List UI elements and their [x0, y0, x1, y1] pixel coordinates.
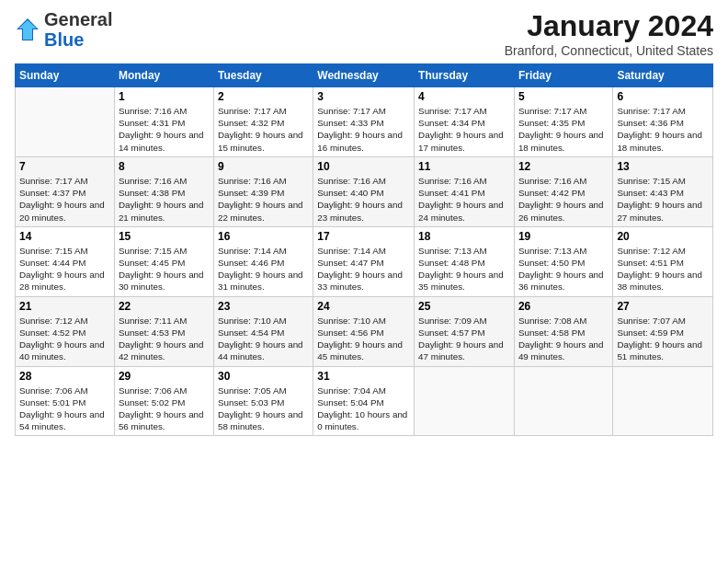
day-number: 4 [418, 90, 510, 103]
day-number: 7 [19, 160, 110, 173]
day-info: Sunrise: 7:15 AMSunset: 4:44 PMDaylight:… [19, 245, 110, 293]
day-cell: 19 Sunrise: 7:13 AMSunset: 4:50 PMDaylig… [514, 226, 612, 296]
title-area: January 2024 Branford, Connecticut, Unit… [505, 9, 713, 58]
day-number: 20 [617, 230, 709, 243]
week-row-4: 28 Sunrise: 7:06 AMSunset: 5:01 PMDaylig… [16, 366, 713, 436]
day-number: 15 [119, 230, 210, 243]
day-info: Sunrise: 7:12 AMSunset: 4:52 PMDaylight:… [19, 315, 110, 363]
day-info: Sunrise: 7:17 AMSunset: 4:33 PMDaylight:… [317, 105, 410, 154]
day-number: 17 [317, 230, 410, 243]
day-info: Sunrise: 7:16 AMSunset: 4:31 PMDaylight:… [119, 105, 210, 154]
day-number: 6 [617, 90, 709, 103]
header-row: Sunday Monday Tuesday Wednesday Thursday… [16, 64, 713, 87]
day-cell: 2 Sunrise: 7:17 AMSunset: 4:32 PMDayligh… [213, 87, 313, 157]
day-cell [613, 366, 713, 436]
week-row-0: 1 Sunrise: 7:16 AMSunset: 4:31 PMDayligh… [16, 87, 713, 157]
day-number: 3 [317, 90, 410, 103]
day-number: 28 [19, 370, 110, 383]
day-number: 1 [119, 90, 210, 103]
day-info: Sunrise: 7:16 AMSunset: 4:39 PMDaylight:… [218, 175, 309, 224]
day-cell: 31 Sunrise: 7:04 AMSunset: 5:04 PMDaylig… [313, 366, 415, 436]
day-number: 29 [119, 370, 210, 383]
day-cell: 3 Sunrise: 7:17 AMSunset: 4:33 PMDayligh… [313, 87, 415, 157]
day-info: Sunrise: 7:11 AMSunset: 4:53 PMDaylight:… [119, 315, 210, 363]
day-info: Sunrise: 7:17 AMSunset: 4:36 PMDaylight:… [617, 105, 709, 154]
logo-general: General [44, 9, 112, 29]
day-cell [16, 87, 115, 157]
day-cell: 14 Sunrise: 7:15 AMSunset: 4:44 PMDaylig… [16, 226, 115, 296]
day-info: Sunrise: 7:09 AMSunset: 4:57 PMDaylight:… [418, 315, 510, 363]
day-info: Sunrise: 7:16 AMSunset: 4:38 PMDaylight:… [119, 175, 210, 224]
day-number: 19 [518, 230, 609, 243]
page: General Blue January 2024 Branford, Conn… [0, 0, 728, 445]
day-number: 2 [218, 90, 309, 103]
day-cell: 13 Sunrise: 7:15 AMSunset: 4:43 PMDaylig… [613, 156, 713, 226]
day-info: Sunrise: 7:13 AMSunset: 4:50 PMDaylight:… [518, 245, 609, 293]
day-info: Sunrise: 7:17 AMSunset: 4:32 PMDaylight:… [218, 105, 309, 154]
day-cell: 25 Sunrise: 7:09 AMSunset: 4:57 PMDaylig… [415, 296, 515, 366]
day-cell: 16 Sunrise: 7:14 AMSunset: 4:46 PMDaylig… [213, 226, 313, 296]
day-number: 23 [218, 300, 309, 313]
day-info: Sunrise: 7:07 AMSunset: 4:59 PMDaylight:… [617, 315, 709, 363]
col-friday: Friday [514, 64, 612, 87]
week-row-3: 21 Sunrise: 7:12 AMSunset: 4:52 PMDaylig… [16, 296, 713, 366]
day-cell: 15 Sunrise: 7:15 AMSunset: 4:45 PMDaylig… [114, 226, 213, 296]
day-info: Sunrise: 7:15 AMSunset: 4:43 PMDaylight:… [617, 175, 709, 224]
day-cell: 11 Sunrise: 7:16 AMSunset: 4:41 PMDaylig… [415, 156, 515, 226]
day-info: Sunrise: 7:05 AMSunset: 5:03 PMDaylight:… [218, 385, 309, 433]
day-number: 21 [19, 300, 110, 313]
day-cell: 5 Sunrise: 7:17 AMSunset: 4:35 PMDayligh… [514, 87, 612, 157]
week-row-2: 14 Sunrise: 7:15 AMSunset: 4:44 PMDaylig… [16, 226, 713, 296]
day-info: Sunrise: 7:16 AMSunset: 4:40 PMDaylight:… [317, 175, 410, 224]
day-number: 26 [518, 300, 609, 313]
day-number: 16 [218, 230, 309, 243]
col-monday: Monday [114, 64, 213, 87]
day-cell: 4 Sunrise: 7:17 AMSunset: 4:34 PMDayligh… [415, 87, 515, 157]
day-info: Sunrise: 7:13 AMSunset: 4:48 PMDaylight:… [418, 245, 510, 293]
day-cell: 29 Sunrise: 7:06 AMSunset: 5:02 PMDaylig… [114, 366, 213, 436]
day-info: Sunrise: 7:10 AMSunset: 4:56 PMDaylight:… [317, 315, 410, 363]
day-cell: 28 Sunrise: 7:06 AMSunset: 5:01 PMDaylig… [16, 366, 115, 436]
col-thursday: Thursday [415, 64, 515, 87]
day-cell [514, 366, 612, 436]
day-cell [415, 366, 515, 436]
day-cell: 20 Sunrise: 7:12 AMSunset: 4:51 PMDaylig… [613, 226, 713, 296]
day-number: 5 [518, 90, 609, 103]
day-number: 31 [317, 370, 410, 383]
day-info: Sunrise: 7:10 AMSunset: 4:54 PMDaylight:… [218, 315, 309, 363]
day-info: Sunrise: 7:17 AMSunset: 4:35 PMDaylight:… [518, 105, 609, 154]
day-info: Sunrise: 7:17 AMSunset: 4:37 PMDaylight:… [19, 175, 110, 224]
day-info: Sunrise: 7:14 AMSunset: 4:47 PMDaylight:… [317, 245, 410, 293]
day-number: 14 [19, 230, 110, 243]
day-number: 10 [317, 160, 410, 173]
day-info: Sunrise: 7:12 AMSunset: 4:51 PMDaylight:… [617, 245, 709, 293]
day-cell: 27 Sunrise: 7:07 AMSunset: 4:59 PMDaylig… [613, 296, 713, 366]
day-cell: 12 Sunrise: 7:16 AMSunset: 4:42 PMDaylig… [514, 156, 612, 226]
month-title: January 2024 [505, 9, 713, 43]
day-number: 27 [617, 300, 709, 313]
day-number: 12 [518, 160, 609, 173]
logo-blue: Blue [44, 29, 84, 50]
day-number: 22 [119, 300, 210, 313]
svg-marker-1 [18, 20, 37, 40]
day-cell: 6 Sunrise: 7:17 AMSunset: 4:36 PMDayligh… [613, 87, 713, 157]
day-info: Sunrise: 7:04 AMSunset: 5:04 PMDaylight:… [317, 385, 410, 433]
day-info: Sunrise: 7:17 AMSunset: 4:34 PMDaylight:… [418, 105, 510, 154]
day-number: 9 [218, 160, 309, 173]
day-cell: 24 Sunrise: 7:10 AMSunset: 4:56 PMDaylig… [313, 296, 415, 366]
day-cell: 26 Sunrise: 7:08 AMSunset: 4:58 PMDaylig… [514, 296, 612, 366]
day-cell: 17 Sunrise: 7:14 AMSunset: 4:47 PMDaylig… [313, 226, 415, 296]
col-saturday: Saturday [613, 64, 713, 87]
col-tuesday: Tuesday [213, 64, 313, 87]
day-number: 18 [418, 230, 510, 243]
day-cell: 8 Sunrise: 7:16 AMSunset: 4:38 PMDayligh… [114, 156, 213, 226]
calendar-table: Sunday Monday Tuesday Wednesday Thursday… [15, 63, 713, 436]
day-number: 8 [119, 160, 210, 173]
day-info: Sunrise: 7:15 AMSunset: 4:45 PMDaylight:… [119, 245, 210, 293]
header: General Blue January 2024 Branford, Conn… [15, 9, 713, 58]
day-cell: 18 Sunrise: 7:13 AMSunset: 4:48 PMDaylig… [415, 226, 515, 296]
day-cell: 21 Sunrise: 7:12 AMSunset: 4:52 PMDaylig… [16, 296, 115, 366]
day-cell: 30 Sunrise: 7:05 AMSunset: 5:03 PMDaylig… [213, 366, 313, 436]
day-info: Sunrise: 7:16 AMSunset: 4:41 PMDaylight:… [418, 175, 510, 224]
day-number: 13 [617, 160, 709, 173]
